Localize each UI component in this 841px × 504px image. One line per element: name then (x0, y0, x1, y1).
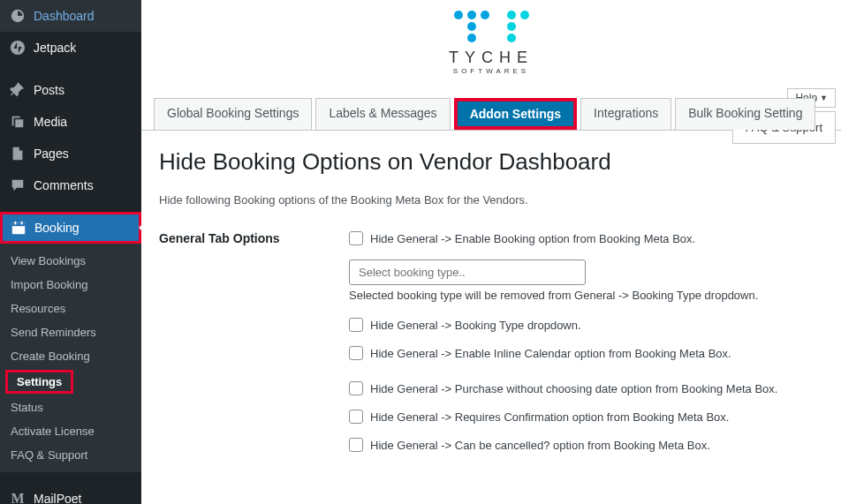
check-purchase-without-date[interactable]: Hide General -> Purchase without choosin… (349, 381, 823, 395)
calendar-icon (10, 219, 27, 237)
sidebar-item-comments[interactable]: Comments (0, 169, 141, 201)
check-enable-booking[interactable]: Hide General -> Enable Booking option fr… (349, 231, 823, 245)
tab-bulk-booking-setting[interactable]: Bulk Booking Setting (675, 98, 815, 130)
tab-integrations[interactable]: Integrations (580, 98, 671, 130)
svg-point-0 (11, 41, 25, 55)
check-inline-calendar[interactable]: Hide General -> Enable Inline Calendar o… (349, 346, 823, 360)
sidebar-item-booking[interactable]: Booking (0, 212, 141, 244)
sidebar-item-label: Booking (34, 221, 80, 235)
logo-subtext: SOFTWARES (141, 67, 841, 75)
submenu-view-bookings[interactable]: View Bookings (0, 249, 141, 273)
svg-rect-4 (21, 222, 23, 225)
pin-icon (9, 81, 27, 99)
checkbox-purchase-without-date[interactable] (349, 381, 363, 395)
submenu-activate-license[interactable]: Activate License (0, 419, 141, 443)
checkbox-requires-confirmation[interactable] (349, 410, 363, 424)
brand-logo: TYCHE SOFTWARES (141, 0, 841, 82)
submenu-create-booking[interactable]: Create Booking (0, 344, 141, 368)
tab-bar: Global Booking Settings Labels & Message… (141, 98, 841, 131)
logo-text: TYCHE (141, 49, 841, 67)
check-requires-confirmation[interactable]: Hide General -> Requires Confirmation op… (349, 410, 823, 424)
checkbox-inline-calendar[interactable] (349, 346, 363, 360)
sidebar-item-label: Comments (34, 178, 94, 192)
tab-labels-messages[interactable]: Labels & Messages (315, 98, 450, 130)
booking-submenu: View Bookings Import Booking Resources S… (0, 244, 141, 472)
submenu-resources[interactable]: Resources (0, 297, 141, 320)
main-content: TYCHE SOFTWARES Help ▼ FAQ & Support Glo… (141, 0, 841, 504)
submenu-settings[interactable]: Settings (5, 370, 73, 394)
page-description: Hide following Booking options of the Bo… (159, 193, 823, 207)
sidebar-item-label: Posts (34, 83, 64, 97)
chevron-down-icon: ▼ (820, 94, 828, 102)
svg-rect-3 (15, 222, 17, 225)
sidebar-item-pages[interactable]: Pages (0, 138, 141, 169)
booking-type-select[interactable]: Select booking type.. (349, 260, 586, 285)
sidebar-item-label: Pages (34, 147, 69, 161)
sidebar-item-label: Media (34, 115, 67, 129)
tab-addon-settings[interactable]: Addon Settings (454, 98, 577, 130)
checkbox-booking-type-dropdown[interactable] (349, 318, 363, 332)
section-label: General Tab Options (159, 231, 349, 245)
jetpack-icon (9, 39, 27, 56)
check-can-be-cancelled[interactable]: Hide General -> Can be cancelled? option… (349, 438, 823, 452)
submenu-send-reminders[interactable]: Send Reminders (0, 320, 141, 344)
comments-icon (9, 177, 27, 194)
sidebar-item-media[interactable]: Media (0, 106, 141, 138)
pages-icon (9, 145, 27, 162)
sidebar-item-posts[interactable]: Posts (0, 74, 141, 106)
admin-sidebar: Dashboard Jetpack Posts Media Pages Comm… (0, 0, 141, 504)
dashboard-icon (9, 7, 27, 25)
submenu-faq-support[interactable]: FAQ & Support (0, 443, 141, 467)
media-icon (9, 113, 27, 131)
sidebar-item-label: MailPoet (34, 492, 81, 504)
sidebar-item-dashboard[interactable]: Dashboard (0, 0, 141, 32)
page-title: Hide Booking Options on Vendor Dashboard (159, 148, 823, 176)
checkbox-enable-booking[interactable] (349, 231, 363, 245)
sidebar-item-jetpack[interactable]: Jetpack (0, 32, 141, 64)
tab-global-booking-settings[interactable]: Global Booking Settings (154, 98, 312, 130)
check-booking-type-dropdown[interactable]: Hide General -> Booking Type dropdown. (349, 318, 823, 332)
checkbox-can-be-cancelled[interactable] (349, 438, 363, 452)
mailpoet-icon: M (9, 490, 27, 504)
sidebar-item-label: Dashboard (34, 9, 95, 23)
select-hint: Selected booking type will be removed fr… (349, 289, 823, 302)
sidebar-item-mailpoet[interactable]: M MailPoet (0, 483, 141, 504)
sidebar-item-label: Jetpack (34, 41, 76, 55)
svg-rect-2 (12, 223, 25, 227)
submenu-status[interactable]: Status (0, 395, 141, 419)
submenu-import-booking[interactable]: Import Booking (0, 273, 141, 297)
